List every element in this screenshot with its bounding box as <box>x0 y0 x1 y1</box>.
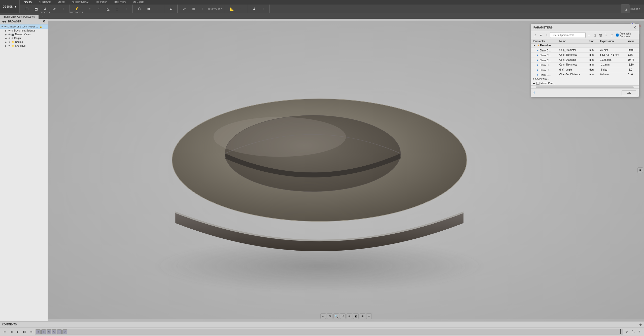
bodies-expand[interactable]: ▶ <box>5 41 8 43</box>
snapping-btn[interactable]: ⊹ <box>366 313 372 319</box>
model-params-group-row[interactable]: ▶ Model Para... <box>531 81 639 85</box>
params-scrollbar[interactable] <box>531 85 639 88</box>
param-expr-2[interactable]: 19.75 mm <box>598 57 626 63</box>
more-inspect-btn[interactable]: ⋮ <box>236 4 245 13</box>
grid-btn[interactable]: ⊞ <box>360 313 365 319</box>
param-row-draft-angle[interactable]: ★ Blank C... draft_angle deg -5 deg -5.0 <box>531 67 639 72</box>
param-expr-1[interactable]: ( 3.3 / 2 ) * 1 mm <box>598 52 626 57</box>
params-favorites-btn[interactable]: ★ <box>539 32 544 38</box>
look-at-btn[interactable]: ◎ <box>347 313 352 319</box>
named-views-eye[interactable]: 👁 <box>8 33 11 36</box>
row-star-1[interactable]: ★ <box>536 54 539 57</box>
display-mode-btn[interactable]: ▣ <box>353 313 359 319</box>
param-row-coin-diameter[interactable]: ★ Blank C... Coin_Diameter mm 19.75 mm 1… <box>531 57 639 63</box>
favorites-expand-icon[interactable]: ▼ <box>533 44 535 47</box>
params-close-btn[interactable]: ✕ <box>633 25 636 29</box>
sketches-eye[interactable]: 👁 <box>8 45 11 47</box>
row-star-5[interactable]: ★ <box>536 74 539 76</box>
history-item-2[interactable]: R <box>47 329 51 334</box>
sketches-expand[interactable]: ▶ <box>5 45 8 47</box>
configure-btn[interactable]: ⚙ <box>167 4 175 13</box>
timeline-play-btn[interactable]: ▶ <box>15 329 21 334</box>
origin-expand[interactable]: ▶ <box>5 37 8 40</box>
param-expr-4[interactable]: -5 deg <box>598 67 626 72</box>
params-function-btn[interactable]: ƒ <box>533 32 538 38</box>
param-expr-5[interactable]: 0.4 mm <box>598 72 626 77</box>
more-insert-btn[interactable]: ⋮ <box>259 4 267 13</box>
params-delete-btn[interactable]: 🗑 <box>598 32 603 38</box>
press-pull-btn[interactable]: ↕ <box>86 4 94 13</box>
favorites-group-label[interactable]: ▼ ★ Favorites <box>531 44 639 48</box>
row-star-4[interactable]: ★ <box>536 69 539 72</box>
params-info-icon[interactable]: ℹ <box>533 91 535 95</box>
comments-toggle-icon[interactable]: ⊕ <box>639 323 642 326</box>
measure-btn[interactable]: 📐 <box>227 4 236 13</box>
history-item-0[interactable]: E <box>36 329 41 334</box>
params-export-btn[interactable]: ⤴ <box>609 32 614 38</box>
timeline-rewind-btn[interactable]: ⏮ <box>2 329 8 334</box>
3d-viewport[interactable]: Z X Y ⌂ ⊡ 🔍 ↺ ◎ ▣ ⊞ ⊹ ≡ <box>48 19 644 321</box>
fillet-btn[interactable]: ◜ <box>95 4 103 13</box>
select-btn[interactable]: ⬚ <box>621 4 630 13</box>
row-star-0[interactable]: ★ <box>536 49 539 52</box>
row-star-3[interactable]: ★ <box>536 64 539 67</box>
params-search-input[interactable] <box>550 32 586 38</box>
as-built-btn[interactable]: ⊕ <box>144 4 153 13</box>
params-ok-btn[interactable]: OK <box>622 90 636 95</box>
user-params-group-row[interactable]: ƒ User Para... <box>531 77 639 81</box>
root-expand-icon[interactable]: ▼ <box>1 25 4 28</box>
origin-eye[interactable]: 👁 <box>8 37 11 40</box>
extrude-btn[interactable]: ⬒ <box>32 4 40 13</box>
new-component-btn[interactable]: ⬡ <box>23 4 31 13</box>
param-name-2[interactable]: Coin_Diameter <box>557 57 588 63</box>
insert-derive-btn[interactable]: ⬇ <box>250 4 258 13</box>
model-params-group-label[interactable]: ▶ Model Para... <box>531 81 639 85</box>
timeline-expand-btn[interactable]: ⛶ <box>630 329 636 334</box>
midplane-btn[interactable]: ⊞ <box>189 4 198 13</box>
param-expr-0[interactable]: 39 mm <box>598 48 626 53</box>
zoom-in-btn[interactable]: 🔍 <box>333 313 339 319</box>
param-row-chamfer-distance[interactable]: ★ Blank C... Chamfer_Distance mm 0.4 mm … <box>531 72 639 77</box>
doc-settings-eye[interactable]: 👁 <box>8 29 11 32</box>
param-name-3[interactable]: Coin_Thickness <box>557 62 588 67</box>
viewport-tab-new[interactable]: + <box>39 15 47 19</box>
bodies-eye[interactable]: 👁 <box>8 41 11 43</box>
design-dropdown[interactable]: DESIGN ▼ <box>0 0 20 13</box>
param-row-chip-thickness[interactable]: ★ Blank C... Chip_Thickness mm ( 3.3 / 2… <box>531 52 639 57</box>
auto-compute-checkbox[interactable]: ✓ <box>616 34 619 37</box>
fit-view-btn[interactable]: ⊡ <box>327 313 332 319</box>
orbit-btn[interactable]: ↺ <box>340 313 346 319</box>
more-assemble-btn[interactable]: ⋮ <box>153 4 162 13</box>
sweep-btn[interactable]: ⟳ <box>50 4 58 13</box>
user-params-group-label[interactable]: ƒ User Para... <box>531 77 639 81</box>
shell-btn[interactable]: ◻ <box>113 4 121 13</box>
timeline-track[interactable]: E S R C F D <box>35 329 623 334</box>
browser-item-named-views[interactable]: ▶ 👁 📷 Named Views <box>0 33 48 36</box>
browser-item-origin[interactable]: ▶ 👁 ⊕ Origin <box>0 36 48 40</box>
timeline-help-btn[interactable]: ? <box>636 329 642 334</box>
history-item-3[interactable]: C <box>52 329 56 334</box>
chamfer-btn[interactable]: ◺ <box>104 4 112 13</box>
history-item-1[interactable]: S <box>41 329 46 334</box>
favorites-group-row[interactable]: ▼ ★ Favorites <box>531 44 639 48</box>
construct-axis-btn[interactable]: ⋮ <box>198 4 207 13</box>
display-settings-btn[interactable]: ≡ <box>637 167 643 173</box>
param-expr-3[interactable]: -1.1 mm <box>598 62 626 67</box>
history-item-5[interactable]: D <box>62 329 67 334</box>
auto-compute-toggle[interactable]: ✓ Automatic Compute <box>616 32 637 38</box>
more-modify-btn[interactable]: ⋮ <box>122 4 130 13</box>
timeline-end-btn[interactable]: ⏭ <box>28 329 34 334</box>
timeline-prev-btn[interactable]: ◀ <box>9 329 14 334</box>
params-copy-btn[interactable]: ⎘ <box>592 32 597 38</box>
more-create-btn[interactable]: ⋮ <box>59 4 67 13</box>
home-view-btn[interactable]: ⌂ <box>320 313 326 319</box>
params-import-btn[interactable]: ⤵ <box>604 32 608 38</box>
named-views-expand[interactable]: ▶ <box>5 33 8 36</box>
joint-btn[interactable]: ⬡ <box>135 4 144 13</box>
offset-plane-btn[interactable]: ▱ <box>180 4 189 13</box>
param-name-5[interactable]: Chamfer_Distance <box>557 72 588 77</box>
history-item-4[interactable]: F <box>57 329 62 334</box>
root-eye-icon[interactable]: 👁 <box>4 25 7 28</box>
timeline-settings-btn[interactable]: ⚙ <box>624 329 629 334</box>
param-name-1[interactable]: Chip_Thickness <box>557 52 588 57</box>
